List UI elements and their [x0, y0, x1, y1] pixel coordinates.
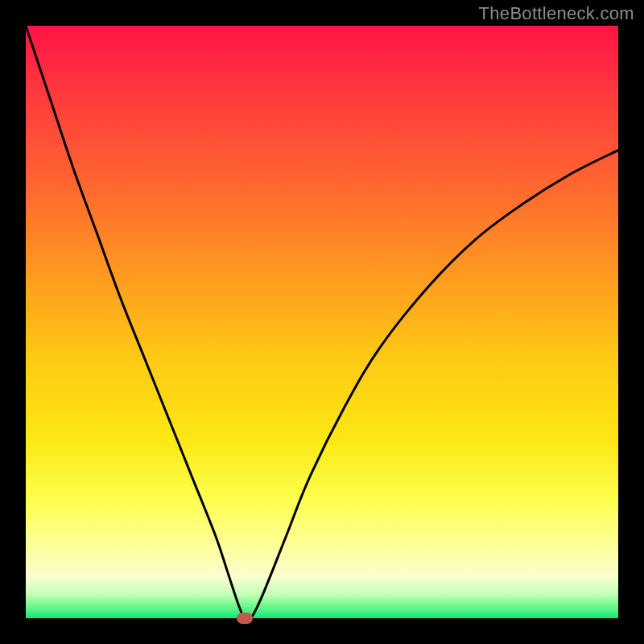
- optimum-marker: [237, 613, 253, 624]
- bottleneck-curve: [26, 26, 618, 618]
- chart-frame: TheBottleneck.com: [0, 0, 644, 644]
- plot-area: [26, 26, 618, 618]
- curve-path: [26, 26, 618, 621]
- watermark-text: TheBottleneck.com: [479, 3, 634, 24]
